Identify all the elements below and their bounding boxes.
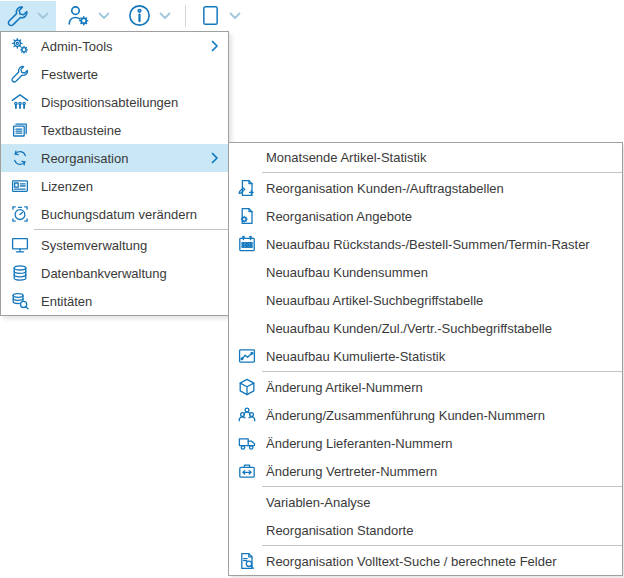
chevron-down-icon[interactable] (36, 9, 50, 23)
menu-item-label: Textbausteine (41, 123, 228, 138)
submenu-item-reorganisation-kunden-auftragstabellen[interactable]: Reorganisation Kunden-/Auftragstabellen (229, 174, 622, 202)
wrench-icon (10, 64, 30, 84)
menu-item-systemverwaltung[interactable]: Systemverwaltung (1, 231, 228, 259)
menu-item-lizenzen[interactable]: Lizenzen (1, 172, 228, 200)
submenu-item-label: Änderung Lieferanten-Nummern (266, 436, 622, 451)
user-settings-toolbar-button[interactable] (60, 1, 117, 31)
toolbar-separator (185, 5, 186, 27)
menu-item-reorganisation[interactable]: Reorganisation (1, 144, 228, 172)
info-icon (127, 3, 152, 28)
submenu-item-reorganisation-standorte[interactable]: Reorganisation Standorte (229, 516, 622, 544)
menu-item-label: Lizenzen (41, 179, 228, 194)
menu-item-label: Entitäten (41, 294, 228, 309)
submenu-item-neuaufbau-artikel-suchbegriffstabelle[interactable]: Neuaufbau Artikel-Suchbegriffstabelle (229, 286, 622, 314)
chevron-down-icon[interactable] (97, 9, 111, 23)
menu-item-label: Datenbankverwaltung (41, 266, 228, 281)
submenu-item-label: Reorganisation Volltext-Suche / berechne… (266, 554, 622, 569)
user-gear-icon (66, 3, 91, 28)
calendar-icon (237, 234, 257, 254)
menu-item-festwerte[interactable]: Festwerte (1, 60, 228, 88)
submenu-item-label: Änderung/Zusammenführung Kunden-Nummern (266, 408, 622, 423)
submenu-item-aenderung-vertreter-nummern[interactable]: Änderung Vertreter-Nummern (229, 457, 622, 485)
chevron-down-icon[interactable] (158, 9, 172, 23)
submenu-item-monatsende-artikel-statistik[interactable]: Monatsende Artikel-Statistik (229, 143, 622, 171)
menu-item-datenbankverwaltung[interactable]: Datenbankverwaltung (1, 259, 228, 287)
submenu-separator (262, 545, 622, 546)
sync-icon (10, 148, 30, 168)
gears-icon (10, 36, 30, 56)
submenu-item-neuaufbau-kundensummen[interactable]: Neuaufbau Kundensummen (229, 258, 622, 286)
line-chart-icon (237, 346, 257, 366)
menu-item-admin-tools[interactable]: Admin-Tools (1, 32, 228, 60)
submenu-item-label: Reorganisation Kunden-/Auftragstabellen (266, 181, 622, 196)
submenu-separator (262, 371, 622, 372)
monitor-icon (10, 235, 30, 255)
database-search-icon (10, 291, 30, 311)
chevron-down-icon[interactable] (228, 9, 242, 23)
menu-item-entitaeten[interactable]: Entitäten (1, 287, 228, 315)
calculator-toolbar-button[interactable] (193, 1, 248, 31)
submenu-item-aenderung-zusammenfuehrung-kunden-nummern[interactable]: Änderung/Zusammenführung Kunden-Nummern (229, 401, 622, 429)
admin-tools-toolbar-button[interactable] (0, 1, 56, 31)
database-icon (10, 263, 30, 283)
warehouse-icon (10, 92, 30, 112)
menu-item-label: Admin-Tools (41, 39, 211, 54)
menu-item-label: Dispositionsabteilungen (41, 95, 228, 110)
briefcase-icon (237, 461, 257, 481)
admin-dropdown-menu: Admin-Tools Festwerte Dispositionsabteil… (0, 31, 229, 316)
menu-item-label: Systemverwaltung (41, 238, 228, 253)
submenu-item-variablen-analyse[interactable]: Variablen-Analyse (229, 488, 622, 516)
documents-icon (10, 120, 30, 140)
submenu-item-neuaufbau-kumulierte-statistik[interactable]: Neuaufbau Kumulierte-Statistik (229, 342, 622, 370)
wrench-icon (6, 4, 30, 28)
submenu-item-label: Neuaufbau Kunden/Zul./Vertr.-Suchbegriff… (266, 321, 622, 336)
stopwatch-icon (10, 204, 30, 224)
menu-item-label: Festwerte (41, 67, 228, 82)
truck-icon (237, 433, 257, 453)
menu-separator (34, 229, 228, 230)
menu-item-textbausteine[interactable]: Textbausteine (1, 116, 228, 144)
submenu-item-label: Änderung Artikel-Nummern (266, 380, 622, 395)
page-gear-icon (237, 206, 257, 226)
people-icon (237, 405, 257, 425)
submenu-item-label: Monatsende Artikel-Statistik (266, 150, 622, 165)
submenu-item-neuaufbau-kunden-zul-vertr-suchbegriffstabelle[interactable]: Neuaufbau Kunden/Zul./Vertr.-Suchbegriff… (229, 314, 622, 342)
menu-item-label: Reorganisation (41, 151, 211, 166)
page-search-icon (237, 551, 257, 571)
menu-item-dispositionsabteilungen[interactable]: Dispositionsabteilungen (1, 88, 228, 116)
chevron-right-icon (211, 152, 219, 164)
toolbar (0, 0, 624, 31)
submenu-item-reorganisation-angebote[interactable]: Reorganisation Angebote (229, 202, 622, 230)
info-toolbar-button[interactable] (121, 1, 178, 31)
submenu-item-label: Reorganisation Standorte (266, 523, 622, 538)
page-edit-icon (237, 178, 257, 198)
submenu-item-label: Neuaufbau Kumulierte-Statistik (266, 349, 622, 364)
menu-item-buchungsdatum-veraendern[interactable]: Buchungsdatum verändern (1, 200, 228, 228)
submenu-item-label: Variablen-Analyse (266, 495, 622, 510)
id-card-icon (10, 176, 30, 196)
menu-item-label: Buchungsdatum verändern (41, 207, 228, 222)
submenu-separator (262, 486, 622, 487)
submenu-item-label: Neuaufbau Rückstands-/Bestell-Summen/Ter… (266, 237, 622, 252)
submenu-item-label: Änderung Vertreter-Nummern (266, 464, 622, 479)
submenu-item-label: Reorganisation Angebote (266, 209, 622, 224)
submenu-item-label: Neuaufbau Kundensummen (266, 265, 622, 280)
submenu-item-label: Neuaufbau Artikel-Suchbegriffstabelle (266, 293, 622, 308)
chevron-right-icon (211, 40, 219, 52)
cube-icon (237, 377, 257, 397)
submenu-item-aenderung-lieferanten-nummern[interactable]: Änderung Lieferanten-Nummern (229, 429, 622, 457)
submenu-separator (262, 172, 622, 173)
submenu-item-aenderung-artikel-nummern[interactable]: Änderung Artikel-Nummern (229, 373, 622, 401)
calculator-icon (199, 4, 222, 27)
reorganisation-submenu: Monatsende Artikel-Statistik Reorganisat… (228, 142, 623, 576)
submenu-item-neuaufbau-rueckstands-bestell-summen-termin-raster[interactable]: Neuaufbau Rückstands-/Bestell-Summen/Ter… (229, 230, 622, 258)
submenu-item-reorganisation-volltext-suche-berechnete-felder[interactable]: Reorganisation Volltext-Suche / berechne… (229, 547, 622, 575)
